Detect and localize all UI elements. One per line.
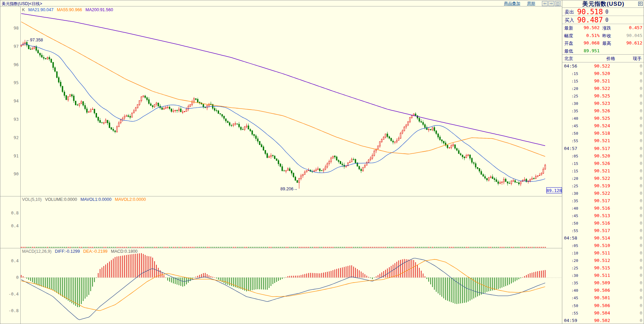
restore-window-icon[interactable] [638,2,643,6]
col-price-header: 价格 [606,56,615,62]
legend-item: MAVOL1:0.0000 [80,197,112,202]
trade-row: :3590.5090 [562,279,644,287]
trade-volume: 0 [640,123,642,128]
trade-volume: 0 [640,191,642,196]
trade-time: :05 [571,154,578,158]
trade-time: :30 [571,191,578,196]
trades-list[interactable]: 04:5690.5220:1590.5200:1590.5210:2090.52… [562,62,644,324]
scroll-right-icon[interactable]: ⇨ [548,1,554,6]
trade-time: :20 [571,259,578,263]
sell-qty: 0 [605,9,608,15]
trade-time: :50 [571,131,578,136]
axis-tick-label: 98 [0,25,19,31]
trade-price: 90.519 [594,183,610,188]
price-tag-value: 89.128 [546,188,562,193]
trade-row: :2590.5150 [562,264,644,272]
stat-row: 开盘90.068最高90.612 [562,39,644,47]
stat-label: 昨收 [602,33,611,39]
trade-row: :4090.5250 [562,115,644,122]
trade-row: :3090.5230 [562,100,644,107]
top-bar-controls: 商品叠加 周期 ⇦ ⇨ ◫ [504,1,561,6]
trade-row: :5590.5040 [562,309,644,317]
trade-price: 90.526 [594,161,610,166]
trade-time: :45 [571,296,578,300]
trade-volume: 0 [640,206,642,211]
axis-tick-label: 0.4 [0,223,19,228]
trade-price: 90.522 [594,63,610,69]
trade-volume: 0 [640,221,642,226]
trade-row: :5590.5170 [562,227,644,234]
period-link[interactable]: 周期 [527,1,535,6]
stat-value: 90.045 [626,33,642,38]
trade-volume: 0 [640,161,642,166]
buy-label: 买入 [565,17,574,23]
trade-price: 90.522 [594,191,610,196]
sell-price: 90.518 [577,8,603,16]
trade-time: :50 [571,304,578,308]
trade-row: :0590.5100 [562,242,644,249]
legend-item: MACD:0.1800 [111,249,138,254]
trade-volume: 0 [640,235,642,241]
stat-value: 90.612 [626,40,642,45]
trade-price: 90.515 [594,265,610,270]
trade-row: :1590.5260 [562,160,644,167]
trade-row: :5090.5180 [562,130,644,137]
trade-time: :20 [571,176,578,181]
candlestick-chart-svg[interactable]: ←97.35889.206→89.128 [0,6,562,324]
trade-row: :5590.5210 [562,137,644,145]
legend-item: VOLUME:0.0000 [45,197,77,202]
trade-volume: 0 [640,146,642,151]
trade-price: 90.525 [594,116,610,121]
trade-row: 04:5890.5140 [562,234,644,242]
trade-price: 90.520 [594,153,610,158]
trade-volume: 0 [640,116,642,121]
legend-item: MAVOL2:0.0000 [115,197,146,202]
legend-item: MA55:90.966 [57,7,82,12]
col-time-header: 北京 [564,56,573,62]
trade-price: 90.516 [594,206,610,211]
trade-time: :35 [571,199,578,203]
trade-time: :20 [571,87,578,91]
trade-volume: 0 [640,198,642,203]
overlay-link[interactable]: 商品叠加 [504,1,520,6]
trade-price: 90.525 [594,93,610,98]
stat-value: 90.502 [576,25,600,30]
trade-row: :2090.5220 [562,175,644,182]
trade-volume: 0 [640,78,642,83]
axis-tick-label: 95 [0,80,19,85]
axis-tick-label: 97 [0,44,19,49]
trade-price: 90.501 [594,295,610,300]
macd-pane [21,253,546,320]
trade-price: 90.526 [594,108,610,113]
sell-label: 卖出 [565,9,574,15]
buy-row: 买入 90.487 0 [562,16,644,24]
buy-price: 90.487 [577,16,603,24]
trade-row: :1090.5110 [562,249,644,257]
trade-row: 04:5690.5220 [562,62,644,70]
trade-row: :4590.5010 [562,294,644,302]
trade-row: :4590.5130 [562,212,644,220]
trade-price: 90.517 [594,228,610,233]
trade-time: :30 [571,273,578,278]
top-bar: 美元指数(USD)<日线> 商品叠加 周期 ⇦ ⇨ ◫ [0,0,562,6]
trade-time: :30 [571,101,578,106]
trade-volume: 0 [640,310,642,316]
volume-pane [21,247,546,248]
trade-price: 90.511 [594,250,610,255]
stat-row: 幅度0.51%昨收90.045 [562,32,644,40]
axis-tick-label: 0.4 [0,258,19,263]
trade-price: 90.514 [594,235,610,241]
stat-label: 涨跌 [602,25,611,31]
legend-item: K [22,7,25,12]
chart-area[interactable]: ←97.35889.206→89.128 9897969594939291900… [0,6,562,324]
trade-price: 90.521 [594,78,610,83]
trade-volume: 0 [640,243,642,248]
trade-volume: 0 [640,168,642,173]
trade-volume: 0 [640,303,642,308]
trades-header: 北京 价格 现手 [562,55,644,62]
trade-row: :3090.5110 [562,272,644,279]
split-view-icon[interactable]: ◫ [555,1,561,6]
scroll-left-icon[interactable]: ⇦ [542,1,548,6]
trade-volume: 0 [640,250,642,255]
trade-price: 90.512 [594,258,610,263]
